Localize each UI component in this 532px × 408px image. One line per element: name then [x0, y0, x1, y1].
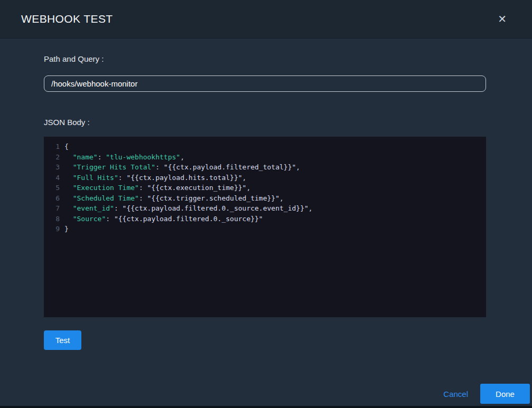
json-body-label: JSON Body : — [44, 118, 486, 127]
line-number: 1 — [44, 141, 60, 152]
modal-title: WEBHOOK TEST — [21, 13, 113, 25]
code-line[interactable]: "Trigger Hits Total": "{{ctx.payload.fil… — [64, 162, 313, 173]
line-number: 3 — [44, 162, 60, 173]
code-line[interactable]: "Execution Time": "{{ctx.execution_time}… — [64, 183, 313, 193]
json-body-editor[interactable]: 123456789 { "name": "tlu-webhookhttps", … — [44, 137, 486, 317]
code-line[interactable]: "name": "tlu-webhookhttps", — [64, 152, 313, 163]
modal-body: Path and Query : JSON Body : 123456789 {… — [0, 39, 532, 350]
code-line[interactable]: } — [64, 224, 313, 234]
path-query-input[interactable] — [44, 75, 486, 92]
modal-footer: Cancel Done — [0, 382, 532, 406]
close-icon[interactable]: ✕ — [496, 13, 509, 25]
webhook-test-modal: WEBHOOK TEST ✕ Path and Query : JSON Bod… — [0, 0, 532, 408]
code-line[interactable]: "event_id": "{{ctx.payload.filtered.0._s… — [64, 203, 313, 214]
line-number: 6 — [44, 193, 60, 204]
code-line[interactable]: { — [64, 141, 313, 152]
code-line[interactable]: "Full Hits": "{{ctx.payload.hits.total}}… — [64, 173, 313, 183]
done-button[interactable]: Done — [480, 384, 530, 404]
path-query-label: Path and Query : — [44, 54, 486, 64]
line-number: 9 — [44, 224, 60, 234]
modal-header: WEBHOOK TEST ✕ — [0, 0, 532, 39]
code-line[interactable]: "Source": "{{ctx.payload.filtered.0._sou… — [64, 214, 313, 224]
line-number: 7 — [44, 203, 60, 214]
test-button[interactable]: Test — [44, 330, 81, 350]
bottom-strip — [0, 406, 532, 408]
line-number: 2 — [44, 152, 60, 163]
code-line[interactable]: "Scheduled Time": "{{ctx.trigger.schedul… — [64, 193, 313, 204]
editor-code[interactable]: { "name": "tlu-webhookhttps", "Trigger H… — [60, 141, 313, 317]
cancel-button[interactable]: Cancel — [443, 390, 468, 398]
editor-gutter: 123456789 — [44, 141, 60, 317]
line-number: 4 — [44, 173, 60, 183]
line-number: 8 — [44, 214, 60, 224]
line-number: 5 — [44, 183, 60, 193]
